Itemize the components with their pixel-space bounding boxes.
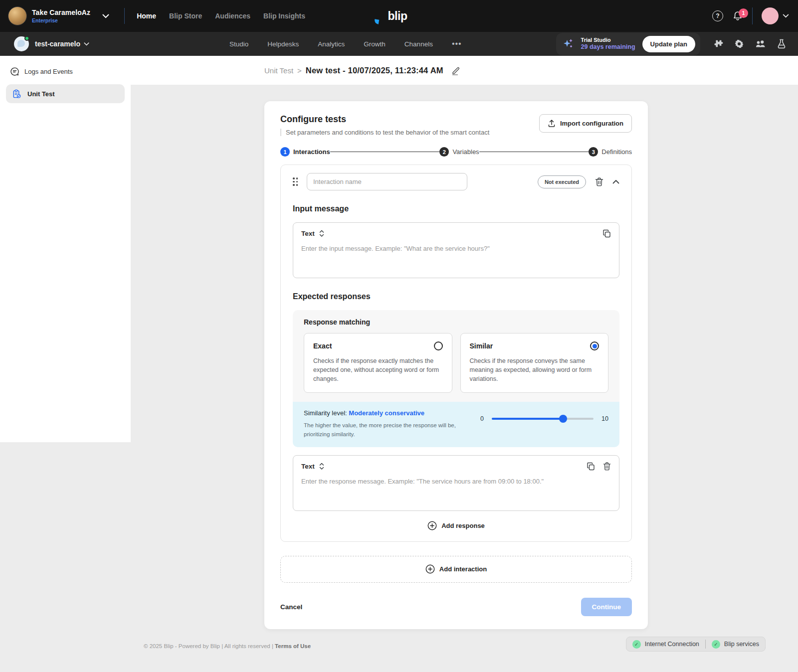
slider-max-label: 10 <box>601 415 608 422</box>
account-name: Take CarameloAz <box>32 8 90 16</box>
status-badge: Not executed <box>538 175 586 188</box>
similarity-slider-thumb[interactable] <box>559 415 567 423</box>
expected-responses-title: Expected responses <box>293 292 619 301</box>
select-arrows-icon <box>319 230 325 237</box>
add-interaction-button[interactable]: Add interaction <box>280 556 632 583</box>
workspace-nav: Studio Helpdesks Analytics Growth Channe… <box>229 39 462 48</box>
upload-icon <box>548 119 556 128</box>
settings-gear-icon[interactable] <box>734 39 744 49</box>
user-avatar <box>762 7 779 24</box>
input-message-textarea[interactable] <box>301 245 611 271</box>
step-interactions[interactable]: 1 Interactions <box>280 147 330 157</box>
slider-min-label: 0 <box>480 415 484 422</box>
copy-icon <box>602 229 611 238</box>
breadcrumb-separator: > <box>297 66 302 75</box>
logs-bubble-icon <box>10 67 19 76</box>
chevron-up-icon <box>612 179 619 184</box>
matching-option-similar[interactable]: Similar Checks if the response conveys t… <box>460 333 609 393</box>
delete-interaction-button[interactable] <box>595 177 603 186</box>
nav-blip-insights[interactable]: Blip Insights <box>263 12 305 20</box>
lab-flask-icon[interactable] <box>777 39 786 49</box>
blip-logo-icon <box>374 9 387 22</box>
divider <box>705 640 706 649</box>
account-switcher[interactable]: Take CarameloAz Enterprise <box>0 6 118 25</box>
trial-panel: Trial Studio 29 days remaining Update pl… <box>556 33 700 55</box>
continue-button[interactable]: Continue <box>581 598 632 616</box>
app-root: Take CarameloAz Enterprise Home Blip Sto… <box>0 0 798 672</box>
nav-helpdesks[interactable]: Helpdesks <box>267 40 299 48</box>
footer-copyright: © 2025 Blip - Powered by Blip | All righ… <box>144 643 311 649</box>
matching-option-radio[interactable] <box>590 341 599 350</box>
user-menu[interactable] <box>762 7 789 24</box>
internet-connection-status: ✓ Internet Connection <box>632 640 699 649</box>
check-icon: ✓ <box>632 640 641 649</box>
notification-badge: 1 <box>739 8 748 18</box>
cancel-button[interactable]: Cancel <box>280 603 302 611</box>
similarity-slider[interactable] <box>492 418 594 420</box>
blip-services-status: ✓ Blip services <box>712 640 759 649</box>
response-matching-title: Response matching <box>304 318 608 326</box>
chevron-down-icon <box>84 42 89 46</box>
add-response-button[interactable]: Add response <box>427 521 485 530</box>
breadcrumb-parent[interactable]: Unit Test <box>264 66 293 75</box>
trash-icon <box>595 177 603 186</box>
page-title: Configure tests <box>280 114 489 125</box>
copy-response-button[interactable] <box>587 462 595 471</box>
step-connector <box>479 152 589 153</box>
input-type-select[interactable]: Text <box>301 230 325 237</box>
stepper: 1 Interactions 2 Variables 3 Definitions <box>280 147 632 157</box>
nav-audiences[interactable]: Audiences <box>215 12 250 20</box>
similarity-level-description: The higher the value, the more precise t… <box>304 421 468 439</box>
delete-response-button[interactable] <box>603 462 611 471</box>
interaction-name-input[interactable] <box>307 173 467 190</box>
nav-channels[interactable]: Channels <box>404 40 433 48</box>
nav-analytics[interactable]: Analytics <box>318 40 345 48</box>
check-icon: ✓ <box>712 640 720 649</box>
notifications-button[interactable]: 1 <box>732 10 743 21</box>
account-plan-label: Enterprise <box>32 17 90 23</box>
nav-studio[interactable]: Studio <box>229 40 248 48</box>
update-plan-button[interactable]: Update plan <box>642 36 695 52</box>
sidebar-item-label: Unit Test <box>27 90 55 98</box>
page-subtitle: Set parameters and conditions to test th… <box>280 129 489 136</box>
help-icon[interactable]: ? <box>712 10 723 21</box>
nav-home[interactable]: Home <box>137 12 156 20</box>
response-message-textarea[interactable] <box>301 478 611 504</box>
terms-of-use-link[interactable]: Terms of Use <box>275 643 311 649</box>
response-type-select[interactable]: Text <box>301 463 325 470</box>
team-people-icon[interactable] <box>755 39 766 49</box>
import-configuration-button[interactable]: Import configuration <box>539 114 632 133</box>
edit-pencil-icon[interactable] <box>451 66 461 75</box>
step-definitions[interactable]: 3 Definitions <box>589 147 632 157</box>
response-matching-panel: Response matching Exact Checks if the re… <box>293 310 619 447</box>
more-menu-icon[interactable]: ••• <box>452 39 462 48</box>
response-message-box: Text <box>293 455 619 511</box>
matching-option-exact[interactable]: Exact Checks if the response exactly mat… <box>304 333 452 393</box>
drag-handle-icon[interactable] <box>293 177 298 186</box>
collapse-interaction-button[interactable] <box>612 179 619 184</box>
similarity-level-section: Similarity level: Moderately conservativ… <box>293 402 619 447</box>
global-nav: Home Blip Store Audiences Blip Insights <box>137 12 305 20</box>
nav-growth[interactable]: Growth <box>364 40 386 48</box>
sparkle-icon <box>562 38 574 50</box>
extensions-puzzle-icon[interactable] <box>713 39 723 49</box>
plus-circle-icon <box>425 564 435 574</box>
similarity-level-label: Similarity level: <box>304 409 347 417</box>
input-message-title: Input message <box>293 204 619 213</box>
sidebar-item-unit-test[interactable]: Unit Test <box>6 84 125 103</box>
similarity-slider-fill <box>492 418 563 420</box>
matching-option-radio[interactable] <box>434 341 443 350</box>
divider <box>752 7 753 24</box>
clipboard-check-icon <box>12 89 21 99</box>
sidebar-section-logs-and-events[interactable]: Logs and Events <box>0 63 131 80</box>
workspace-switcher[interactable]: test-caramelo <box>0 36 89 51</box>
copy-input-button[interactable] <box>602 229 611 238</box>
online-status-dot <box>24 36 29 41</box>
step-variables[interactable]: 2 Variables <box>439 147 479 157</box>
sidebar-section-label: Logs and Events <box>24 68 73 75</box>
trial-days-remaining: 29 days remaining <box>581 43 635 51</box>
similarity-level-value[interactable]: Moderately conservative <box>349 409 424 417</box>
input-message-box: Text <box>293 222 619 278</box>
nav-blip-store[interactable]: Blip Store <box>169 12 202 20</box>
trial-title: Trial Studio <box>581 37 635 43</box>
